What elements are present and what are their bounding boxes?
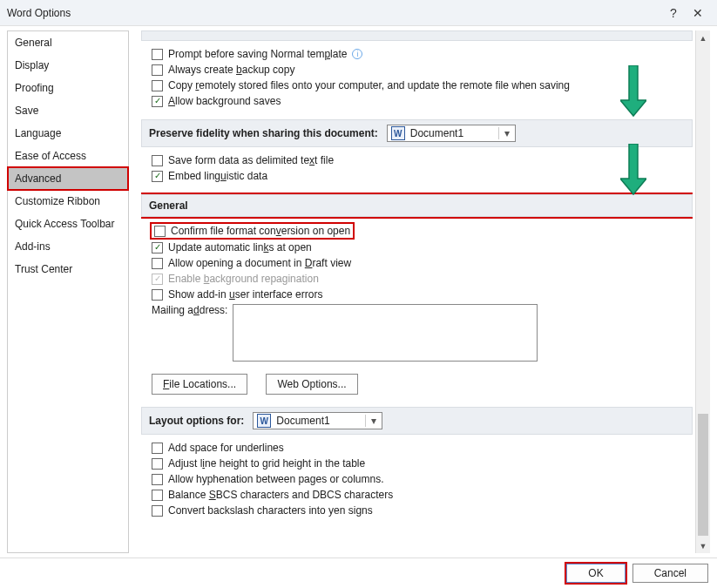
titlebar: Word Options ? ✕ — [0, 0, 717, 26]
option-label: Show add-in user interface errors — [168, 288, 322, 301]
sidebar-item-display[interactable]: Display — [8, 54, 128, 77]
sidebar-item-proofing[interactable]: Proofing — [8, 77, 128, 99]
checkbox[interactable] — [152, 242, 163, 253]
preserve-fidelity-label: Preserve fidelity when sharing this docu… — [149, 127, 378, 139]
option-row: Enable background repagination — [152, 273, 693, 285]
option-row: Copy remotely stored files onto your com… — [152, 79, 693, 91]
checkbox[interactable] — [152, 490, 163, 501]
file-locations-button[interactable]: File Locations... — [152, 374, 247, 395]
mailing-address-row: Mailing address: — [152, 304, 693, 362]
option-label: Copy remotely stored files onto your com… — [168, 79, 570, 91]
layout-options-header: Layout options for: W Document1 ▾ — [141, 407, 693, 435]
option-row: Prompt before saving Normal templatei — [152, 48, 693, 60]
general-header-label: General — [149, 199, 188, 212]
ok-button[interactable]: OK — [566, 564, 625, 583]
option-label: Confirm file format conversion on open — [171, 225, 350, 237]
option-row: Allow hyphenation between pages or colum… — [152, 473, 693, 485]
checkbox[interactable] — [152, 443, 163, 454]
checkbox[interactable] — [152, 171, 163, 182]
option-row: Add space for underlines — [152, 442, 693, 454]
option-label: Enable background repagination — [168, 273, 319, 285]
option-label: Convert backslash characters into yen si… — [168, 504, 373, 517]
scroll-down-button[interactable]: ▼ — [696, 538, 710, 553]
help-icon[interactable]: ? — [661, 6, 686, 20]
layout-doc-select[interactable]: W Document1 ▾ — [253, 412, 382, 429]
option-label: Adjust line height to grid height in the… — [168, 457, 365, 470]
checkbox[interactable] — [152, 96, 163, 107]
dialog-footer: OK Cancel — [0, 558, 717, 587]
main-panel: Prompt before saving Normal templateiAlw… — [132, 30, 710, 553]
sidebar-item-customize-ribbon[interactable]: Customize Ribbon — [8, 190, 128, 213]
checkbox — [152, 274, 163, 285]
window-title: Word Options — [7, 7, 661, 19]
sidebar-item-advanced[interactable]: Advanced — [8, 167, 128, 190]
cancel-button[interactable]: Cancel — [632, 564, 708, 583]
dialog-body: GeneralDisplayProofingSaveLanguageEase o… — [0, 26, 717, 558]
option-row: Update automatic links at open — [152, 241, 693, 253]
sidebar-item-quick-access-toolbar[interactable]: Quick Access Toolbar — [8, 213, 128, 235]
option-row: Convert backslash characters into yen si… — [152, 504, 693, 517]
mailing-address-textarea[interactable] — [233, 304, 538, 362]
option-label: Allow background saves — [168, 95, 281, 107]
option-row: Embed linguistic data — [152, 170, 693, 182]
word-doc-icon: W — [257, 414, 271, 428]
checkbox[interactable] — [152, 474, 163, 485]
checkbox[interactable] — [152, 64, 163, 76]
checkbox[interactable] — [152, 155, 163, 166]
option-label: Embed linguistic data — [168, 170, 267, 182]
option-row: Allow opening a document in Draft view — [152, 257, 693, 269]
sidebar-item-save[interactable]: Save — [8, 99, 128, 122]
layout-options-label: Layout options for: — [149, 415, 244, 427]
sidebar-item-trust-center[interactable]: Trust Center — [8, 258, 128, 280]
annotation-arrow-icon — [620, 144, 646, 196]
preserve-doc-select[interactable]: W Document1 ▾ — [387, 125, 516, 142]
option-label: Allow hyphenation between pages or colum… — [168, 473, 384, 485]
annotation-arrow-icon — [620, 65, 646, 118]
checkbox[interactable] — [152, 505, 163, 517]
sidebar-nav: GeneralDisplayProofingSaveLanguageEase o… — [7, 30, 129, 553]
option-row: Allow background saves — [152, 95, 693, 107]
checkbox[interactable] — [152, 258, 163, 269]
option-label: Update automatic links at open — [168, 241, 312, 253]
option-row: Confirm file format conversion on open — [152, 224, 693, 238]
vertical-scrollbar[interactable]: ▲ ▼ — [695, 30, 710, 553]
option-row: Always create backup copy — [152, 64, 693, 76]
option-label: Allow opening a document in Draft view — [168, 257, 351, 269]
checkbox[interactable] — [152, 49, 163, 60]
option-label: Add space for underlines — [168, 442, 284, 454]
scroll-area: Prompt before saving Normal templateiAlw… — [141, 30, 693, 553]
sidebar-item-general[interactable]: General — [8, 31, 128, 54]
scroll-up-button[interactable]: ▲ — [696, 30, 710, 45]
checkbox[interactable] — [152, 458, 163, 470]
option-row: Adjust line height to grid height in the… — [152, 457, 693, 470]
preserve-doc-value: Document1 — [409, 127, 498, 139]
web-options-button[interactable]: Web Options... — [266, 374, 357, 395]
checkbox[interactable] — [152, 289, 163, 301]
sidebar-item-add-ins[interactable]: Add-ins — [8, 235, 128, 258]
option-label: Prompt before saving Normal template — [168, 48, 347, 60]
option-label: Balance SBCS characters and DBCS charact… — [168, 489, 393, 501]
close-icon[interactable]: ✕ — [686, 6, 710, 20]
chevron-down-icon: ▾ — [498, 127, 515, 139]
scroll-thumb[interactable] — [698, 414, 708, 536]
option-label: Save form data as delimited text file — [168, 154, 334, 166]
option-row: Balance SBCS characters and DBCS charact… — [152, 489, 693, 501]
info-icon[interactable]: i — [352, 49, 362, 59]
layout-doc-value: Document1 — [274, 415, 364, 427]
option-row: Show add-in user interface errors — [152, 288, 693, 301]
sidebar-item-ease-of-access[interactable]: Ease of Access — [8, 145, 128, 167]
word-doc-icon: W — [391, 126, 405, 140]
option-label: Always create backup copy — [168, 64, 294, 76]
mailing-address-label: Mailing address: — [152, 304, 227, 316]
section-strip — [141, 30, 693, 41]
preserve-fidelity-header: Preserve fidelity when sharing this docu… — [141, 119, 693, 147]
chevron-down-icon: ▾ — [365, 415, 382, 427]
checkbox[interactable] — [152, 80, 163, 91]
checkbox[interactable] — [154, 226, 166, 237]
option-row: Save form data as delimited text file — [152, 154, 693, 166]
sidebar-item-language[interactable]: Language — [8, 122, 128, 145]
general-section-header: General — [141, 194, 693, 217]
